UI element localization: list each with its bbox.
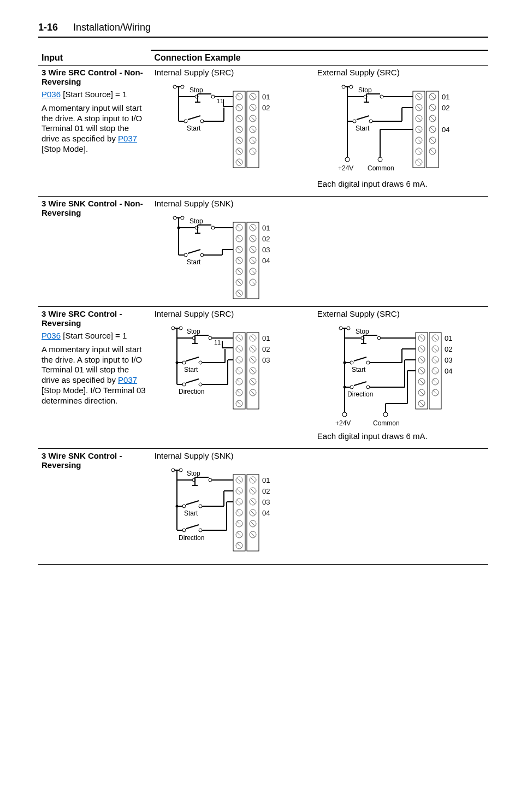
svg-point-79 <box>345 157 350 162</box>
v24-1e: +24V <box>338 164 353 172</box>
page-header: 1-16 Installation/Wiring <box>38 22 488 38</box>
svg-point-248 <box>350 386 353 389</box>
row2-internal-label: Internal Supply (SNK) <box>154 199 485 208</box>
stop-label-3i: Stop <box>187 328 200 335</box>
row2-title: 3 Wire SNK Control - Non-Reversing <box>42 199 147 217</box>
svg-point-85 <box>380 95 383 98</box>
start-label-3e: Start <box>352 366 366 374</box>
svg-point-229 <box>347 327 350 330</box>
svg-point-228 <box>339 327 342 330</box>
row1-param: P036 [Start Source] = 1 <box>42 90 147 100</box>
start-label-3i: Start <box>184 366 198 374</box>
svg-line-249 <box>354 382 366 386</box>
r4-t02: 02 <box>262 487 270 495</box>
svg-point-297 <box>209 478 212 482</box>
r3e-t04: 04 <box>445 367 452 375</box>
dir-label-4i: Direction <box>179 534 204 542</box>
svg-point-37 <box>211 95 215 98</box>
svg-point-254 <box>343 386 346 389</box>
row4-title: 3 Wire SNK Control - Reversing <box>42 451 147 470</box>
row3-internal-label: Internal Supply (SRC) <box>154 309 310 318</box>
row1-desc: A momentary input will start the drive. … <box>42 103 147 155</box>
svg-point-94 <box>378 157 382 162</box>
svg-point-137 <box>184 253 187 257</box>
r4-t04: 04 <box>262 509 270 517</box>
row1-link-after: [Start Source] = 1 <box>61 90 127 99</box>
common-3e: Common <box>373 419 400 427</box>
stop-label-3e: Stop <box>356 328 369 335</box>
row3-internal-diagram: 01 02 03 Stop 11 <box>154 322 280 420</box>
row3-input-cell: 3 Wire SRC Control - Reversing P036 [Sta… <box>38 307 151 449</box>
row3-title: 3 Wire SRC Control - Reversing <box>42 309 147 328</box>
eleven-1i: 11 <box>217 98 223 104</box>
svg-point-174 <box>179 327 182 330</box>
svg-point-30 <box>181 85 184 88</box>
svg-point-308 <box>182 529 186 532</box>
svg-line-194 <box>186 379 199 383</box>
row3-external-label: External Supply (SRC) <box>317 309 485 318</box>
row1-input-cell: 3 Wire SRC Control - Non-Reversing P036 … <box>38 66 151 197</box>
svg-point-240 <box>350 361 353 364</box>
v24-3e: +24V <box>335 419 351 427</box>
svg-point-186 <box>182 361 186 364</box>
svg-point-29 <box>173 85 176 88</box>
svg-line-309 <box>186 525 199 529</box>
svg-line-43 <box>188 116 200 120</box>
svg-point-42 <box>184 120 187 123</box>
svg-point-306 <box>176 505 179 508</box>
row3-param: P036 [Start Source] = 1 <box>42 331 147 341</box>
svg-point-242 <box>366 361 370 364</box>
page-number: 1-16 <box>38 22 58 33</box>
row1-internal-label: Internal Supply (SRC) <box>154 68 310 77</box>
ext-term-01: 01 <box>442 93 449 101</box>
svg-point-246 <box>343 361 346 364</box>
row1-ext-note: Each digital input draws 6 mA. <box>317 179 485 188</box>
row1-link-P036[interactable]: P036 <box>42 90 61 99</box>
ext-term-04: 04 <box>442 126 449 134</box>
row1-link-P037[interactable]: P037 <box>118 134 137 143</box>
th-connection: Connection Example <box>151 50 488 66</box>
row3-link-P037[interactable]: P037 <box>118 375 137 384</box>
svg-point-88 <box>353 120 356 123</box>
svg-point-139 <box>200 253 204 257</box>
row3-ext-note: Each digital input draws 6 mA. <box>317 431 485 441</box>
svg-point-127 <box>181 216 184 220</box>
row3-link-P036[interactable]: P036 <box>42 331 61 340</box>
r3-t01: 01 <box>262 334 270 342</box>
svg-point-231 <box>342 412 347 417</box>
stop-label-1i: Stop <box>190 86 203 94</box>
row3-internal-cell: Internal Supply (SRC) <box>151 307 313 449</box>
row1-internal-diagram: 01 02 Stop 11 <box>154 80 280 173</box>
row3-external-diagram: 01 02 03 04 +24V <box>317 322 470 428</box>
common-1e: Common <box>368 164 394 172</box>
row3-external-cell: External Supply (SRC) <box>314 307 488 449</box>
term-01: 01 <box>262 93 270 101</box>
row3-desc-after: [Stop Mode]. I/O Terminal 03 determines … <box>42 386 146 405</box>
start-label-4i: Start <box>184 509 198 517</box>
svg-point-195 <box>199 383 202 386</box>
svg-line-301 <box>186 501 199 505</box>
row1-desc-after: [Stop Mode]. <box>42 144 88 153</box>
svg-point-77 <box>350 85 353 88</box>
row1-external-diagram: 01 02 04 +24V <box>317 80 470 176</box>
dir-label-3i: Direction <box>179 388 204 395</box>
r3e-t03: 03 <box>445 356 452 364</box>
svg-point-289 <box>171 469 175 472</box>
svg-point-237 <box>377 336 381 340</box>
stop-label-1e: Stop <box>358 86 372 94</box>
page-title: Installation/Wiring <box>73 22 151 33</box>
svg-point-44 <box>200 120 204 123</box>
row4-internal-label: Internal Supply (SNK) <box>154 451 485 460</box>
svg-point-191 <box>176 361 179 364</box>
r3-t03: 03 <box>262 356 270 364</box>
svg-line-138 <box>188 250 200 253</box>
svg-point-250 <box>366 386 370 389</box>
r4-t03: 03 <box>262 498 270 506</box>
svg-point-173 <box>171 327 175 330</box>
start-label-1e: Start <box>356 125 370 132</box>
row4-internal-diagram: 01 02 03 04 Stop <box>154 464 280 562</box>
svg-point-302 <box>199 505 202 508</box>
row1-internal-cell: Internal Supply (SRC) <box>151 66 313 197</box>
row3-link-after: [Start Source] = 1 <box>61 331 127 340</box>
r2-t03: 03 <box>262 246 270 254</box>
